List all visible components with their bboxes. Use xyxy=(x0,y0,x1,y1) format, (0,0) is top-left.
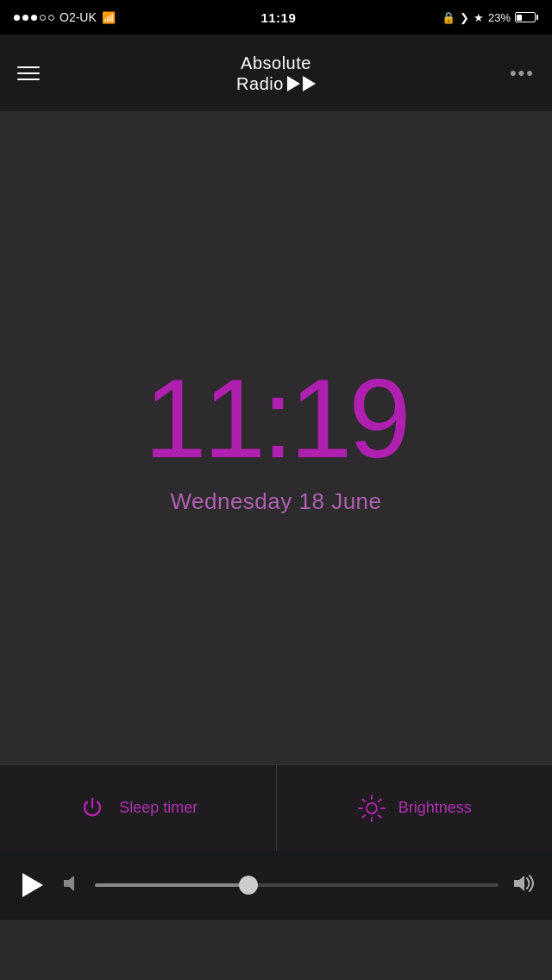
seek-thumb[interactable] xyxy=(239,876,258,895)
status-right: 🔒 ❯ ★ 23% xyxy=(442,11,538,24)
more-options-button[interactable]: ••• xyxy=(510,62,535,85)
logo-text-line2: Radio xyxy=(236,73,284,94)
bottom-controls: Sleep timer Brightness xyxy=(0,764,552,851)
battery-tip xyxy=(536,15,538,20)
clock-time: 11:19 xyxy=(144,362,407,474)
brightness-button[interactable]: Brightness xyxy=(277,765,553,851)
seek-fill xyxy=(95,883,248,887)
signal-dot-1 xyxy=(14,15,20,21)
play-button[interactable] xyxy=(17,870,48,901)
brightness-label: Brightness xyxy=(398,799,472,817)
svg-line-7 xyxy=(378,799,380,801)
play-icon xyxy=(22,873,43,897)
play-triangle-2 xyxy=(303,76,316,91)
wifi-icon: 📶 xyxy=(102,11,116,24)
sleep-timer-label: Sleep timer xyxy=(119,799,198,817)
signal-dot-4 xyxy=(40,15,46,21)
sleep-timer-button[interactable]: Sleep timer xyxy=(0,765,277,851)
signal-dot-5 xyxy=(48,15,54,21)
lock-icon: 🔒 xyxy=(442,11,455,24)
menu-button[interactable] xyxy=(17,66,40,80)
location-icon: ❯ xyxy=(460,11,469,24)
play-triangle-1 xyxy=(287,76,300,91)
svg-line-8 xyxy=(362,814,365,817)
signal-dot-3 xyxy=(31,15,37,21)
clock-date: Wednesday 18 June xyxy=(170,488,381,515)
logo-text-line1: Absolute xyxy=(241,53,311,73)
svg-marker-9 xyxy=(64,876,74,891)
svg-point-0 xyxy=(367,803,377,814)
app-logo: Absolute Radio xyxy=(236,53,316,94)
signal-dot-2 xyxy=(22,15,28,21)
battery-fill xyxy=(517,15,522,21)
battery-percent: 23% xyxy=(488,11,511,24)
battery-icon xyxy=(515,12,538,22)
volume-high-icon xyxy=(512,874,535,897)
sun-icon xyxy=(357,794,386,823)
svg-line-6 xyxy=(378,814,380,817)
logo-play-icon xyxy=(287,76,316,91)
power-icon xyxy=(78,794,107,823)
more-dots: ••• xyxy=(510,62,535,84)
signal-dots xyxy=(14,15,54,21)
menu-line-3 xyxy=(17,79,40,80)
svg-marker-10 xyxy=(514,876,524,891)
status-left: O2-UK 📶 xyxy=(14,10,116,24)
main-content: 11:19 Wednesday 18 June xyxy=(0,112,552,764)
menu-line-2 xyxy=(17,72,40,74)
battery-body xyxy=(515,12,536,22)
menu-line-1 xyxy=(17,66,40,68)
header: Absolute Radio ••• xyxy=(0,35,552,112)
carrier-label: O2-UK xyxy=(60,10,97,24)
status-bar: O2-UK 📶 11:19 🔒 ❯ ★ 23% xyxy=(0,0,552,35)
bluetooth-icon: ★ xyxy=(474,11,484,24)
svg-line-5 xyxy=(362,799,365,801)
player-bar xyxy=(0,851,552,920)
volume-low-icon xyxy=(62,874,81,897)
status-time: 11:19 xyxy=(260,10,296,25)
seek-bar[interactable] xyxy=(95,883,499,887)
